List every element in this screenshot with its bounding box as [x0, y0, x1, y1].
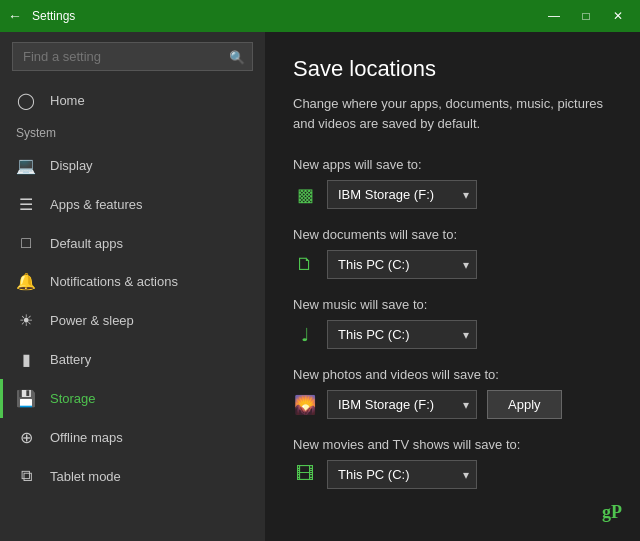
- documents-row-icon: 🗋: [293, 254, 317, 275]
- sidebar-item-battery-label: Battery: [50, 352, 91, 367]
- storage-icon: 💾: [16, 389, 36, 408]
- default-apps-icon: □: [16, 234, 36, 252]
- sidebar-item-power[interactable]: ☀ Power & sleep: [0, 301, 265, 340]
- close-button[interactable]: ✕: [604, 6, 632, 26]
- music-select-wrapper: This PC (C:) IBM Storage (F:): [327, 320, 477, 349]
- documents-save-row: New documents will save to: 🗋 This PC (C…: [293, 227, 612, 279]
- apps-row-icon: ▩: [293, 184, 317, 206]
- sidebar-item-display[interactable]: 💻 Display: [0, 146, 265, 185]
- documents-select[interactable]: This PC (C:) IBM Storage (F:): [327, 250, 477, 279]
- sidebar-item-default-apps[interactable]: □ Default apps: [0, 224, 265, 262]
- search-input[interactable]: [12, 42, 253, 71]
- photos-select-wrapper: IBM Storage (F:) This PC (C:): [327, 390, 477, 419]
- apps-select-wrapper: IBM Storage (F:) This PC (C:): [327, 180, 477, 209]
- sidebar-item-storage-label: Storage: [50, 391, 96, 406]
- photos-save-row: New photos and videos will save to: 🌄 IB…: [293, 367, 612, 419]
- watermark: gP: [602, 502, 622, 523]
- apps-row-controls: ▩ IBM Storage (F:) This PC (C:): [293, 180, 612, 209]
- music-row-label: New music will save to:: [293, 297, 612, 312]
- sidebar-item-apps[interactable]: ☰ Apps & features: [0, 185, 265, 224]
- maximize-button[interactable]: □: [572, 6, 600, 26]
- power-icon: ☀: [16, 311, 36, 330]
- content-area: Save locations Change where your apps, d…: [265, 32, 640, 541]
- battery-icon: ▮: [16, 350, 36, 369]
- photos-select[interactable]: IBM Storage (F:) This PC (C:): [327, 390, 477, 419]
- sidebar-item-apps-label: Apps & features: [50, 197, 143, 212]
- music-row-controls: ♩ This PC (C:) IBM Storage (F:): [293, 320, 612, 349]
- movies-row-label: New movies and TV shows will save to:: [293, 437, 612, 452]
- photos-row-icon: 🌄: [293, 394, 317, 416]
- page-title: Save locations: [293, 56, 612, 82]
- sidebar-item-home[interactable]: ◯ Home: [0, 81, 265, 120]
- search-container: 🔍: [12, 42, 253, 71]
- sidebar-item-notifications[interactable]: 🔔 Notifications & actions: [0, 262, 265, 301]
- movies-row-controls: 🎞 This PC (C:) IBM Storage (F:): [293, 460, 612, 489]
- title-bar-title: Settings: [32, 9, 540, 23]
- music-select[interactable]: This PC (C:) IBM Storage (F:): [327, 320, 477, 349]
- documents-row-controls: 🗋 This PC (C:) IBM Storage (F:): [293, 250, 612, 279]
- movies-save-row: New movies and TV shows will save to: 🎞 …: [293, 437, 612, 489]
- search-icon: 🔍: [229, 49, 245, 64]
- page-description: Change where your apps, documents, music…: [293, 94, 612, 133]
- photos-row-controls: 🌄 IBM Storage (F:) This PC (C:) Apply: [293, 390, 612, 419]
- music-save-row: New music will save to: ♩ This PC (C:) I…: [293, 297, 612, 349]
- sidebar-item-offline-maps-label: Offline maps: [50, 430, 123, 445]
- home-icon: ◯: [16, 91, 36, 110]
- tablet-mode-icon: ⧉: [16, 467, 36, 485]
- documents-select-wrapper: This PC (C:) IBM Storage (F:): [327, 250, 477, 279]
- notifications-icon: 🔔: [16, 272, 36, 291]
- movies-select[interactable]: This PC (C:) IBM Storage (F:): [327, 460, 477, 489]
- sidebar-item-power-label: Power & sleep: [50, 313, 134, 328]
- sidebar-item-home-label: Home: [50, 93, 85, 108]
- documents-row-label: New documents will save to:: [293, 227, 612, 242]
- sidebar-item-tablet-mode[interactable]: ⧉ Tablet mode: [0, 457, 265, 495]
- apply-button[interactable]: Apply: [487, 390, 562, 419]
- main-layout: 🔍 ◯ Home System 💻 Display ☰ Apps & featu…: [0, 32, 640, 541]
- offline-maps-icon: ⊕: [16, 428, 36, 447]
- back-button[interactable]: ←: [8, 8, 22, 24]
- photos-row-label: New photos and videos will save to:: [293, 367, 612, 382]
- movies-row-icon: 🎞: [293, 464, 317, 485]
- sidebar-item-display-label: Display: [50, 158, 93, 173]
- movies-select-wrapper: This PC (C:) IBM Storage (F:): [327, 460, 477, 489]
- sidebar: 🔍 ◯ Home System 💻 Display ☰ Apps & featu…: [0, 32, 265, 541]
- window-controls: — □ ✕: [540, 6, 632, 26]
- apps-save-row: New apps will save to: ▩ IBM Storage (F:…: [293, 157, 612, 209]
- apps-select[interactable]: IBM Storage (F:) This PC (C:): [327, 180, 477, 209]
- minimize-button[interactable]: —: [540, 6, 568, 26]
- apps-features-icon: ☰: [16, 195, 36, 214]
- display-icon: 💻: [16, 156, 36, 175]
- music-row-icon: ♩: [293, 324, 317, 346]
- sidebar-item-offline-maps[interactable]: ⊕ Offline maps: [0, 418, 265, 457]
- sidebar-item-default-apps-label: Default apps: [50, 236, 123, 251]
- sidebar-item-notifications-label: Notifications & actions: [50, 274, 178, 289]
- sidebar-item-battery[interactable]: ▮ Battery: [0, 340, 265, 379]
- apps-row-label: New apps will save to:: [293, 157, 612, 172]
- title-bar: ← Settings — □ ✕: [0, 0, 640, 32]
- sidebar-item-storage[interactable]: 💾 Storage: [0, 379, 265, 418]
- sidebar-item-tablet-mode-label: Tablet mode: [50, 469, 121, 484]
- system-label: System: [0, 120, 265, 146]
